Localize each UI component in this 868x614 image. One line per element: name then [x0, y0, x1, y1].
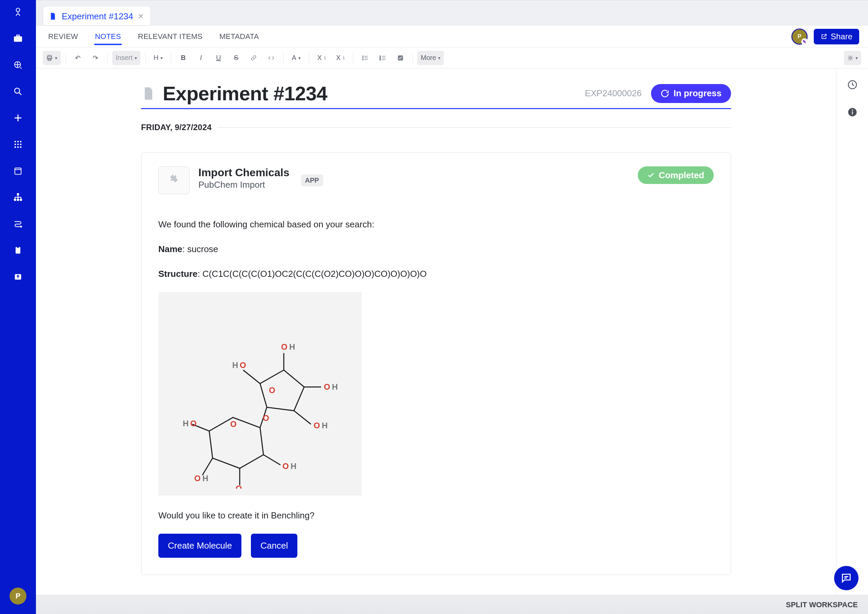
split-workspace-button[interactable]: SPLIT WORKSPACE — [786, 600, 858, 609]
text-color-button[interactable]: A ▾ — [288, 51, 304, 65]
svg-rect-13 — [15, 168, 21, 175]
intro-text: We found the following chemical based on… — [158, 218, 714, 231]
collaborator-avatar[interactable]: P ✎ — [791, 28, 807, 45]
svg-point-6 — [20, 141, 22, 143]
caret-icon: ▾ — [160, 55, 163, 60]
link-button[interactable] — [247, 51, 261, 65]
italic-button[interactable]: I — [194, 51, 208, 65]
experiment-id: EXP24000026 — [585, 88, 642, 99]
cancel-button[interactable]: Cancel — [251, 534, 297, 558]
code-button[interactable] — [264, 51, 278, 65]
left-nav-rail: P — [0, 0, 36, 614]
svg-point-0 — [16, 8, 20, 12]
name-value: : sucrose — [182, 244, 218, 254]
document-icon — [141, 85, 156, 102]
svg-text:H: H — [322, 421, 328, 430]
svg-point-8 — [17, 144, 19, 145]
question-text: Would you like to create it in Benchling… — [158, 509, 714, 522]
avatar-initial: P — [16, 592, 21, 600]
completed-label: Completed — [659, 170, 704, 181]
caret-icon: ▾ — [856, 55, 858, 60]
redo-button[interactable]: ↷ — [88, 51, 102, 65]
bullet-list-icon — [362, 54, 368, 61]
svg-rect-18 — [16, 247, 20, 254]
heading-button[interactable]: H ▾ — [150, 51, 166, 65]
chat-fab[interactable] — [834, 566, 859, 590]
tab-review[interactable]: REVIEW — [48, 28, 79, 45]
search-icon[interactable] — [12, 85, 24, 98]
svg-text:O: O — [190, 419, 197, 428]
print-button[interactable]: ▾ — [43, 51, 61, 65]
document-title[interactable]: Experiment #1234 — [163, 82, 327, 105]
svg-rect-19 — [17, 246, 19, 248]
document-tab[interactable]: Experiment #1234 × — [43, 7, 151, 26]
subscript-button[interactable]: X1 — [314, 51, 329, 65]
share-label: Share — [831, 32, 852, 41]
editor-scroll-area[interactable]: Experiment #1234 EXP24000026 In progress… — [36, 68, 836, 595]
undo-button[interactable]: ↶ — [70, 51, 85, 65]
globe-icon[interactable] — [12, 59, 24, 71]
superscript-button[interactable]: X1 — [332, 51, 348, 65]
bullet-list-button[interactable] — [358, 51, 372, 65]
route-icon[interactable] — [12, 217, 24, 230]
h-label: H — [154, 54, 158, 62]
tab-notes[interactable]: NOTES — [94, 28, 122, 45]
svg-text:O: O — [240, 361, 246, 370]
archive-icon[interactable] — [12, 165, 24, 177]
hierarchy-icon[interactable] — [12, 191, 24, 203]
caret-icon: ▾ — [55, 55, 57, 60]
caret-icon: ▾ — [135, 55, 137, 60]
svg-line-33 — [294, 411, 311, 424]
bold-button[interactable]: B — [176, 51, 190, 65]
create-molecule-button[interactable]: Create Molecule — [158, 534, 241, 558]
svg-text:O: O — [269, 386, 275, 395]
apps-grid-icon[interactable] — [12, 138, 24, 150]
checkbox-button[interactable] — [393, 51, 408, 65]
svg-text:H: H — [232, 361, 238, 370]
link-icon — [250, 54, 257, 61]
strike-button[interactable]: S — [229, 51, 243, 65]
svg-rect-60 — [852, 112, 853, 115]
upload-box-icon[interactable] — [12, 270, 24, 282]
tab-relevant-items[interactable]: RELEVANT ITEMS — [137, 28, 203, 45]
card-subtitle: PubChem Import — [198, 180, 290, 190]
svg-point-10 — [15, 146, 16, 148]
svg-text:O: O — [314, 421, 320, 430]
svg-text:H: H — [183, 419, 188, 428]
structure-label: Structure — [158, 269, 198, 279]
svg-text:O: O — [236, 484, 242, 488]
date-label: FRIDAY, 9/27/2024 — [141, 122, 211, 132]
info-icon[interactable] — [847, 107, 857, 117]
plus-icon[interactable] — [12, 112, 24, 124]
more-label: More — [421, 54, 436, 62]
svg-line-36 — [202, 458, 213, 475]
tab-metadata[interactable]: METADATA — [219, 28, 260, 45]
underline-button[interactable]: U — [211, 51, 225, 65]
user-avatar[interactable]: P — [9, 588, 26, 605]
svg-text:O: O — [324, 382, 330, 391]
settings-button[interactable]: ▾ — [844, 51, 861, 65]
svg-point-15 — [14, 199, 16, 201]
external-link-icon — [820, 33, 827, 40]
card-title: Import Chemicals — [198, 166, 290, 179]
ordered-list-button[interactable]: 123 — [376, 51, 390, 65]
insert-button[interactable]: Insert ▾ — [112, 51, 140, 65]
document-tab-bar: Experiment #1234 × — [36, 0, 868, 26]
check-icon — [647, 172, 655, 179]
document-tab-label: Experiment #1234 — [62, 11, 133, 22]
briefcase-icon[interactable] — [12, 33, 24, 45]
history-icon[interactable] — [847, 79, 858, 90]
svg-point-22 — [362, 57, 363, 58]
svg-point-17 — [20, 199, 22, 201]
close-tab-button[interactable]: × — [138, 11, 143, 21]
share-button[interactable]: Share — [814, 29, 859, 44]
svg-point-16 — [17, 199, 19, 201]
svg-text:O: O — [230, 420, 237, 429]
svg-point-14 — [17, 194, 19, 195]
status-pill[interactable]: In progress — [651, 84, 731, 103]
more-button[interactable]: More ▾ — [418, 51, 444, 65]
svg-text:O: O — [194, 474, 201, 483]
right-rail — [836, 68, 868, 595]
clipboard-icon[interactable] — [12, 244, 24, 256]
logo-icon[interactable] — [12, 6, 24, 18]
